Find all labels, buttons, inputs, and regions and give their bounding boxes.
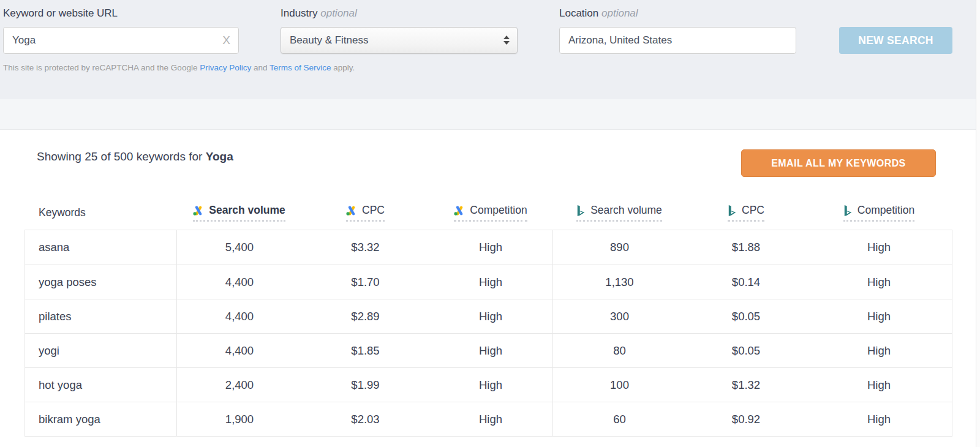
value-cell: High	[806, 368, 952, 402]
section-divider-strip	[0, 99, 980, 130]
value-cell: High	[806, 265, 952, 299]
clear-keyword-icon[interactable]: X	[222, 33, 230, 48]
column-header-label-wrap[interactable]: CPC	[728, 204, 764, 222]
table-row: bikram yoga1,900$2.03High60$0.92High	[25, 402, 952, 436]
value-cell: 890	[552, 230, 686, 265]
value-cell: $2.03	[302, 402, 429, 436]
table-row: pilates4,400$2.89High300$0.05High	[25, 299, 952, 333]
optional-tag: optional	[320, 7, 357, 19]
value-cell: High	[806, 230, 952, 265]
value-cell: $0.14	[686, 265, 806, 299]
value-cell: 4,400	[176, 334, 302, 367]
keyword-cell: bikram yoga	[25, 402, 176, 436]
privacy-policy-link[interactable]: Privacy Policy	[200, 63, 251, 72]
value-cell: 300	[552, 299, 686, 333]
value-cell: $0.05	[686, 299, 806, 333]
bing-icon	[843, 205, 853, 216]
table-header-row: Keywords Search volumeCPCCompetitionSear…	[24, 195, 952, 230]
industry-field: Industry optional Beauty & Fitness	[281, 7, 518, 54]
value-cell: $1.85	[302, 334, 429, 367]
industry-select[interactable]: Beauty & Fitness	[281, 27, 518, 54]
value-cell: High	[429, 334, 552, 367]
industry-selected-option: Beauty & Fitness	[290, 34, 369, 47]
column-label: Competition	[858, 204, 914, 217]
column-header-google-search-volume[interactable]: Search volume	[176, 196, 302, 230]
location-input[interactable]	[559, 27, 796, 54]
column-header-label-wrap[interactable]: Competition	[454, 204, 527, 222]
location-field: Location optional	[559, 7, 796, 54]
table-body: asana5,400$3.32High890$1.88Highyoga pose…	[24, 230, 952, 437]
search-form-bar: Keyword or website URL X Industry option…	[0, 0, 980, 99]
bing-icon	[728, 205, 737, 216]
select-stepper-icon	[503, 36, 510, 45]
value-cell: High	[429, 368, 552, 402]
column-label: Search volume	[209, 204, 285, 217]
google-ads-icon	[346, 206, 357, 216]
column-header-bing-cpc[interactable]: CPC	[686, 196, 806, 230]
value-cell: High	[429, 299, 552, 333]
value-cell: 5,400	[176, 230, 302, 265]
value-cell: 4,400	[176, 265, 302, 299]
table-row: asana5,400$3.32High890$1.88High	[25, 230, 952, 265]
value-cell: 60	[552, 402, 686, 436]
google-ads-icon	[454, 206, 465, 216]
bing-icon	[576, 205, 586, 216]
optional-tag: optional	[601, 7, 638, 19]
column-header-label-wrap[interactable]: Search volume	[576, 204, 662, 222]
terms-of-service-link[interactable]: Terms of Service	[270, 63, 331, 72]
value-cell: High	[806, 334, 952, 367]
scrollbar-track[interactable]	[976, 0, 980, 447]
column-header-keywords: Keywords	[25, 196, 176, 230]
value-cell: High	[429, 265, 552, 299]
value-cell: $0.92	[686, 402, 806, 436]
column-header-bing-competition[interactable]: Competition	[806, 196, 952, 230]
column-header-google-competition[interactable]: Competition	[429, 196, 552, 230]
column-header-label-wrap[interactable]: Competition	[843, 204, 914, 222]
value-cell: High	[429, 230, 552, 265]
value-cell: $1.32	[686, 368, 806, 402]
column-header-label-wrap[interactable]: CPC	[346, 204, 385, 222]
location-field-label: Location optional	[559, 7, 796, 21]
keyword-input[interactable]	[3, 27, 239, 54]
column-header-google-cpc[interactable]: CPC	[302, 196, 429, 230]
results-section: Showing 25 of 500 keywords for Yoga EMAI…	[0, 130, 980, 195]
column-header-bing-search-volume[interactable]: Search volume	[552, 196, 686, 230]
column-label: Competition	[470, 204, 527, 217]
value-cell: 100	[552, 368, 686, 402]
value-cell: $1.99	[302, 368, 429, 402]
table-row: hot yoga2,400$1.99High100$1.32High	[25, 367, 952, 402]
value-cell: 2,400	[176, 368, 302, 402]
column-label: CPC	[742, 204, 764, 217]
recaptcha-notice: This site is protected by reCAPTCHA and …	[3, 63, 355, 72]
new-search-button[interactable]: NEW SEARCH	[839, 27, 952, 54]
value-cell: 1,130	[552, 265, 686, 299]
keyword-cell: yoga poses	[25, 265, 176, 299]
column-header-label-wrap[interactable]: Search volume	[193, 204, 285, 222]
results-summary: Showing 25 of 500 keywords for Yoga	[37, 150, 233, 163]
keyword-field: Keyword or website URL X	[3, 7, 239, 54]
email-all-keywords-button[interactable]: EMAIL ALL MY KEYWORDS	[741, 149, 936, 177]
search-term: Yoga	[206, 150, 233, 163]
value-cell: $0.05	[686, 334, 806, 367]
value-cell: High	[429, 402, 552, 436]
value-cell: $3.32	[302, 230, 429, 265]
table-row: yoga poses4,400$1.70High1,130$0.14High	[25, 265, 952, 299]
value-cell: $1.70	[302, 265, 429, 299]
keyword-cell: yogi	[25, 334, 176, 367]
keyword-cell: pilates	[25, 299, 176, 333]
keywords-table: Keywords Search volumeCPCCompetitionSear…	[24, 195, 952, 437]
value-cell: 1,900	[176, 402, 302, 436]
value-cell: High	[806, 299, 952, 333]
table-row: yogi4,400$1.85High80$0.05High	[25, 333, 952, 367]
keyword-field-label: Keyword or website URL	[3, 7, 239, 21]
keyword-cell: hot yoga	[25, 368, 176, 402]
value-cell: High	[806, 402, 952, 436]
column-label: Search volume	[590, 204, 662, 217]
value-cell: 4,400	[176, 299, 302, 333]
google-ads-icon	[193, 206, 204, 216]
value-cell: $2.89	[302, 299, 429, 333]
column-label: CPC	[362, 204, 385, 217]
industry-field-label: Industry optional	[281, 7, 518, 21]
keyword-cell: asana	[25, 230, 176, 265]
value-cell: 80	[552, 334, 686, 367]
